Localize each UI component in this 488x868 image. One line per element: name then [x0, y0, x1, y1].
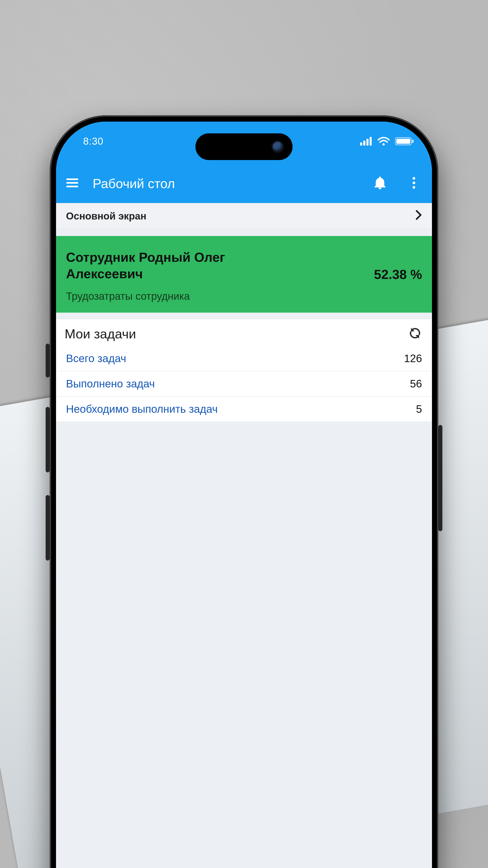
svg-rect-7	[412, 140, 414, 143]
dynamic-island	[195, 133, 293, 160]
task-row-label: Всего задач	[66, 352, 126, 365]
phone-side-button	[46, 407, 50, 472]
tasks-header: Мои задачи	[56, 319, 432, 346]
spacer	[56, 229, 432, 236]
svg-rect-1	[363, 141, 365, 146]
front-camera	[271, 141, 284, 153]
tasks-row-done[interactable]: Выполнено задач 56	[56, 371, 432, 397]
more-vertical-icon	[412, 177, 416, 190]
svg-point-4	[383, 143, 385, 146]
status-time: 8:30	[83, 135, 103, 147]
hamburger-icon	[66, 178, 78, 188]
cellular-icon	[360, 137, 372, 146]
task-row-value: 126	[404, 352, 422, 365]
employee-card[interactable]: Сотрудник Родный Олег Алексеевич 52.38 %…	[56, 236, 432, 313]
task-row-value: 5	[416, 403, 422, 415]
task-row-label: Выполнено задач	[66, 377, 155, 390]
task-row-label: Необходимо выполнить задач	[66, 403, 218, 415]
svg-point-13	[413, 186, 415, 189]
status-icons	[360, 137, 414, 146]
employee-percent: 52.38 %	[374, 267, 422, 282]
chevron-right-icon	[416, 210, 422, 222]
bell-icon	[375, 177, 386, 190]
tasks-row-total[interactable]: Всего задач 126	[56, 346, 432, 371]
overflow-button[interactable]	[407, 176, 421, 191]
subnav-label: Основной экран	[66, 211, 147, 222]
screen: 8:30 Рабочий стол	[56, 122, 432, 868]
empty-area	[56, 422, 432, 868]
app-bar: Рабочий стол	[56, 169, 432, 203]
subnav-row[interactable]: Основной экран	[56, 203, 432, 229]
svg-point-11	[413, 177, 415, 180]
phone-side-button	[46, 495, 50, 561]
refresh-icon	[410, 336, 421, 340]
phone-side-button	[438, 425, 442, 531]
svg-rect-6	[396, 139, 410, 144]
menu-button[interactable]	[65, 176, 79, 191]
svg-point-12	[413, 182, 415, 184]
spacer	[56, 313, 432, 319]
employee-card-top: Сотрудник Родный Олег Алексеевич 52.38 %	[66, 249, 422, 282]
tasks-row-todo[interactable]: Необходимо выполнить задач 5	[56, 397, 432, 422]
employee-subtitle: Трудозатраты сотрудника	[66, 290, 422, 302]
refresh-button[interactable]	[410, 328, 422, 340]
task-row-value: 56	[410, 377, 422, 390]
svg-rect-3	[369, 137, 372, 146]
tasks-section: Мои задачи Всего задач 126 Выполнено зад…	[56, 319, 432, 422]
battery-icon	[395, 137, 414, 146]
employee-name: Сотрудник Родный Олег Алексеевич	[66, 249, 303, 282]
notifications-button[interactable]	[373, 176, 387, 191]
wifi-icon	[377, 137, 390, 146]
phone-frame: 8:30 Рабочий стол	[50, 115, 438, 868]
svg-rect-2	[366, 139, 368, 146]
tasks-title: Мои задачи	[65, 326, 136, 341]
page-title: Рабочий стол	[93, 176, 360, 191]
svg-rect-0	[360, 143, 362, 146]
phone-side-button	[46, 344, 50, 377]
